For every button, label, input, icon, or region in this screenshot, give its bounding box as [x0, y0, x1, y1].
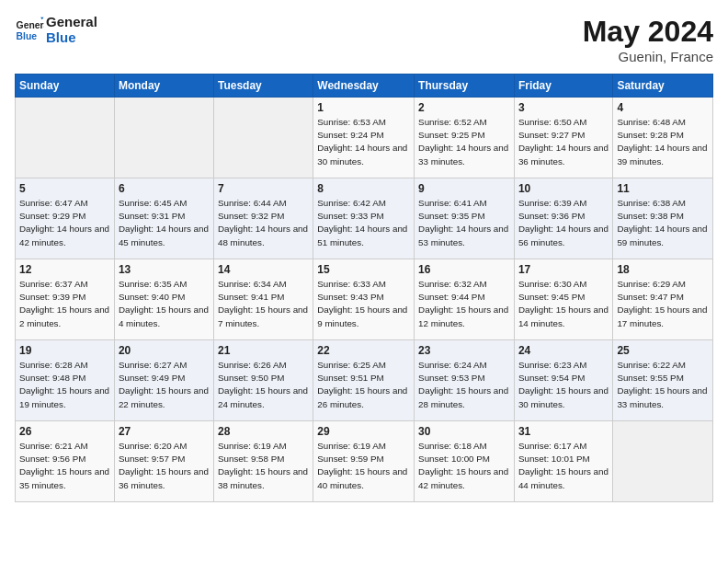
day-number: 2: [418, 101, 510, 114]
day-number: 14: [218, 263, 309, 276]
day-cell: 23Sunrise: 6:24 AM Sunset: 9:53 PM Dayli…: [415, 340, 515, 421]
day-number: 8: [317, 182, 410, 195]
week-row-4: 26Sunrise: 6:21 AM Sunset: 9:56 PM Dayli…: [16, 421, 713, 502]
day-info: Sunrise: 6:27 AM Sunset: 9:49 PM Dayligh…: [119, 359, 210, 411]
svg-text:General: General: [17, 20, 44, 30]
day-cell: 11Sunrise: 6:38 AM Sunset: 9:38 PM Dayli…: [613, 178, 713, 259]
day-number: 18: [617, 263, 709, 276]
day-cell: 1Sunrise: 6:53 AM Sunset: 9:24 PM Daylig…: [313, 98, 415, 178]
day-cell: 13Sunrise: 6:35 AM Sunset: 9:40 PM Dayli…: [114, 259, 213, 340]
day-info: Sunrise: 6:19 AM Sunset: 9:58 PM Dayligh…: [218, 440, 309, 492]
day-info: Sunrise: 6:32 AM Sunset: 9:44 PM Dayligh…: [418, 278, 510, 330]
day-number: 1: [317, 101, 410, 114]
day-number: 12: [19, 263, 110, 276]
day-number: 26: [19, 425, 110, 438]
location: Guenin, France: [583, 49, 713, 64]
day-cell: 24Sunrise: 6:23 AM Sunset: 9:54 PM Dayli…: [514, 340, 612, 421]
day-cell: [613, 421, 713, 502]
day-cell: 29Sunrise: 6:19 AM Sunset: 9:59 PM Dayli…: [313, 421, 415, 502]
day-info: Sunrise: 6:39 AM Sunset: 9:36 PM Dayligh…: [518, 197, 609, 249]
logo-text-blue: Blue: [46, 30, 97, 46]
day-of-week-sunday: Sunday: [16, 75, 115, 98]
day-cell: 20Sunrise: 6:27 AM Sunset: 9:49 PM Dayli…: [114, 340, 213, 421]
day-cell: 21Sunrise: 6:26 AM Sunset: 9:50 PM Dayli…: [213, 340, 313, 421]
day-info: Sunrise: 6:35 AM Sunset: 9:40 PM Dayligh…: [119, 278, 210, 330]
day-info: Sunrise: 6:42 AM Sunset: 9:33 PM Dayligh…: [317, 197, 410, 249]
day-number: 17: [518, 263, 609, 276]
day-info: Sunrise: 6:34 AM Sunset: 9:41 PM Dayligh…: [218, 278, 309, 330]
day-info: Sunrise: 6:21 AM Sunset: 9:56 PM Dayligh…: [19, 440, 110, 492]
week-row-0: 1Sunrise: 6:53 AM Sunset: 9:24 PM Daylig…: [16, 98, 713, 178]
day-info: Sunrise: 6:33 AM Sunset: 9:43 PM Dayligh…: [317, 278, 410, 330]
day-cell: 15Sunrise: 6:33 AM Sunset: 9:43 PM Dayli…: [313, 259, 415, 340]
day-of-week-saturday: Saturday: [613, 75, 713, 98]
day-cell: 7Sunrise: 6:44 AM Sunset: 9:32 PM Daylig…: [213, 178, 313, 259]
day-info: Sunrise: 6:24 AM Sunset: 9:53 PM Dayligh…: [418, 359, 510, 411]
day-info: Sunrise: 6:48 AM Sunset: 9:28 PM Dayligh…: [617, 116, 709, 168]
day-info: Sunrise: 6:41 AM Sunset: 9:35 PM Dayligh…: [418, 197, 510, 249]
svg-text:Blue: Blue: [17, 30, 38, 40]
header: General Blue General Blue May 2024 Gueni…: [15, 15, 713, 64]
day-number: 4: [617, 101, 709, 114]
day-of-week-friday: Friday: [514, 75, 612, 98]
page: General Blue General Blue May 2024 Gueni…: [0, 0, 728, 563]
day-number: 7: [218, 182, 309, 195]
day-cell: 26Sunrise: 6:21 AM Sunset: 9:56 PM Dayli…: [16, 421, 115, 502]
day-number: 20: [119, 344, 210, 357]
day-cell: 4Sunrise: 6:48 AM Sunset: 9:28 PM Daylig…: [613, 98, 713, 178]
day-cell: 19Sunrise: 6:28 AM Sunset: 9:48 PM Dayli…: [16, 340, 115, 421]
day-info: Sunrise: 6:45 AM Sunset: 9:31 PM Dayligh…: [119, 197, 210, 249]
logo-icon: General Blue: [15, 16, 44, 45]
day-number: 5: [19, 182, 110, 195]
day-info: Sunrise: 6:22 AM Sunset: 9:55 PM Dayligh…: [617, 359, 709, 411]
week-row-3: 19Sunrise: 6:28 AM Sunset: 9:48 PM Dayli…: [16, 340, 713, 421]
week-row-1: 5Sunrise: 6:47 AM Sunset: 9:29 PM Daylig…: [16, 178, 713, 259]
day-info: Sunrise: 6:23 AM Sunset: 9:54 PM Dayligh…: [518, 359, 609, 411]
calendar-header: SundayMondayTuesdayWednesdayThursdayFrid…: [16, 75, 713, 98]
day-number: 16: [418, 263, 510, 276]
week-row-2: 12Sunrise: 6:37 AM Sunset: 9:39 PM Dayli…: [16, 259, 713, 340]
day-info: Sunrise: 6:20 AM Sunset: 9:57 PM Dayligh…: [119, 440, 210, 492]
day-info: Sunrise: 6:17 AM Sunset: 10:01 PM Daylig…: [518, 440, 609, 492]
day-cell: 25Sunrise: 6:22 AM Sunset: 9:55 PM Dayli…: [613, 340, 713, 421]
day-cell: [114, 98, 213, 178]
day-info: Sunrise: 6:52 AM Sunset: 9:25 PM Dayligh…: [418, 116, 510, 168]
day-cell: 10Sunrise: 6:39 AM Sunset: 9:36 PM Dayli…: [514, 178, 612, 259]
day-cell: 6Sunrise: 6:45 AM Sunset: 9:31 PM Daylig…: [114, 178, 213, 259]
day-number: 6: [119, 182, 210, 195]
day-number: 30: [418, 425, 510, 438]
day-number: 3: [518, 101, 609, 114]
logo: General Blue General Blue: [15, 15, 97, 45]
day-info: Sunrise: 6:38 AM Sunset: 9:38 PM Dayligh…: [617, 197, 709, 249]
day-cell: 5Sunrise: 6:47 AM Sunset: 9:29 PM Daylig…: [16, 178, 115, 259]
day-cell: [16, 98, 115, 178]
day-header-row: SundayMondayTuesdayWednesdayThursdayFrid…: [16, 75, 713, 98]
day-number: 24: [518, 344, 609, 357]
calendar-body: 1Sunrise: 6:53 AM Sunset: 9:24 PM Daylig…: [16, 98, 713, 502]
day-number: 19: [19, 344, 110, 357]
day-cell: 9Sunrise: 6:41 AM Sunset: 9:35 PM Daylig…: [415, 178, 515, 259]
day-cell: 18Sunrise: 6:29 AM Sunset: 9:47 PM Dayli…: [613, 259, 713, 340]
day-number: 22: [317, 344, 410, 357]
month-year: May 2024: [583, 15, 713, 49]
day-info: Sunrise: 6:37 AM Sunset: 9:39 PM Dayligh…: [19, 278, 110, 330]
day-cell: 14Sunrise: 6:34 AM Sunset: 9:41 PM Dayli…: [213, 259, 313, 340]
day-of-week-wednesday: Wednesday: [313, 75, 415, 98]
day-info: Sunrise: 6:18 AM Sunset: 10:00 PM Daylig…: [418, 440, 510, 492]
day-number: 25: [617, 344, 709, 357]
day-of-week-tuesday: Tuesday: [213, 75, 313, 98]
day-cell: [213, 98, 313, 178]
day-cell: 2Sunrise: 6:52 AM Sunset: 9:25 PM Daylig…: [415, 98, 515, 178]
day-info: Sunrise: 6:30 AM Sunset: 9:45 PM Dayligh…: [518, 278, 609, 330]
day-number: 23: [418, 344, 510, 357]
day-info: Sunrise: 6:29 AM Sunset: 9:47 PM Dayligh…: [617, 278, 709, 330]
day-cell: 30Sunrise: 6:18 AM Sunset: 10:00 PM Dayl…: [415, 421, 515, 502]
day-cell: 28Sunrise: 6:19 AM Sunset: 9:58 PM Dayli…: [213, 421, 313, 502]
day-cell: 16Sunrise: 6:32 AM Sunset: 9:44 PM Dayli…: [415, 259, 515, 340]
day-number: 21: [218, 344, 309, 357]
day-cell: 27Sunrise: 6:20 AM Sunset: 9:57 PM Dayli…: [114, 421, 213, 502]
svg-marker-2: [40, 17, 43, 19]
day-info: Sunrise: 6:47 AM Sunset: 9:29 PM Dayligh…: [19, 197, 110, 249]
day-number: 15: [317, 263, 410, 276]
day-cell: 22Sunrise: 6:25 AM Sunset: 9:51 PM Dayli…: [313, 340, 415, 421]
